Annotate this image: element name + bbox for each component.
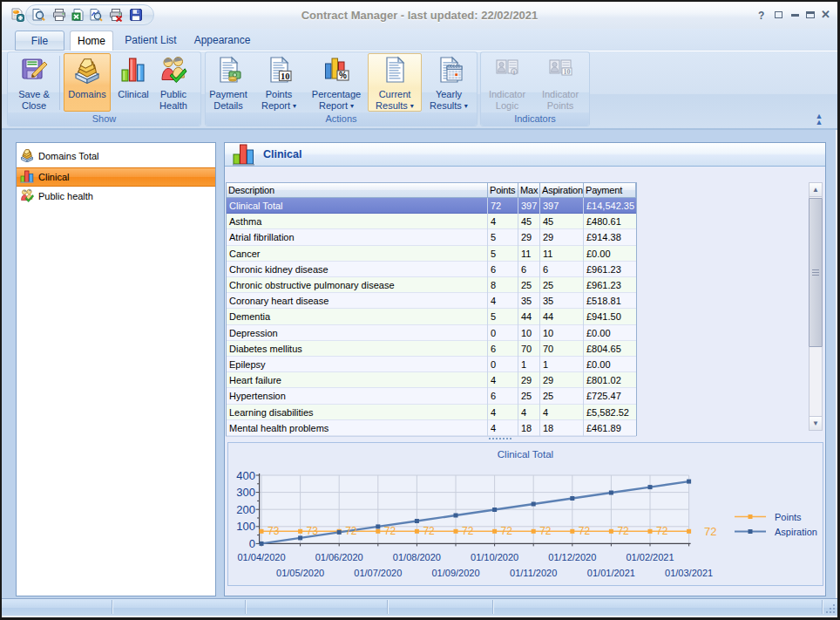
svg-text:10: 10	[281, 72, 290, 81]
svg-text:72: 72	[539, 525, 552, 537]
svg-text:01/07/2020: 01/07/2020	[354, 568, 402, 578]
svg-text:Points: Points	[775, 512, 802, 522]
svg-text:72: 72	[423, 525, 435, 537]
svg-text:01/04/2020: 01/04/2020	[237, 552, 285, 562]
svg-text:01/10/2020: 01/10/2020	[471, 552, 518, 562]
svg-text:72: 72	[617, 525, 629, 537]
svg-text:400: 400	[236, 469, 255, 482]
svg-text:01/03/2021: 01/03/2021	[665, 568, 713, 578]
svg-text:72: 72	[579, 525, 591, 537]
svg-text:72: 72	[501, 525, 513, 537]
svg-text:01/05/2020: 01/05/2020	[276, 568, 324, 578]
svg-text:200: 200	[236, 503, 255, 516]
svg-text:Aspiration: Aspiration	[775, 527, 817, 537]
svg-text:01/06/2020: 01/06/2020	[315, 552, 363, 562]
svg-text:72: 72	[462, 525, 474, 537]
svg-text:72: 72	[345, 525, 357, 537]
svg-text:100: 100	[236, 520, 255, 533]
svg-text:01/08/2020: 01/08/2020	[393, 552, 441, 562]
svg-text:i: i	[513, 69, 515, 76]
svg-text:72: 72	[384, 525, 396, 537]
svg-text:300: 300	[236, 486, 255, 499]
svg-text:73: 73	[307, 525, 319, 537]
svg-text:72: 72	[656, 525, 668, 537]
svg-text:%: %	[339, 71, 347, 80]
svg-text:01/11/2020: 01/11/2020	[510, 568, 557, 578]
svg-text:01/02/2021: 01/02/2021	[626, 552, 674, 562]
svg-text:01/09/2020: 01/09/2020	[431, 568, 479, 578]
svg-text:73: 73	[268, 525, 280, 537]
svg-text:10: 10	[564, 68, 571, 76]
svg-text:0: 0	[249, 537, 255, 550]
svg-text:72: 72	[704, 525, 716, 538]
svg-text:01/12/2020: 01/12/2020	[548, 552, 596, 562]
svg-text:01/01/2021: 01/01/2021	[587, 568, 635, 578]
